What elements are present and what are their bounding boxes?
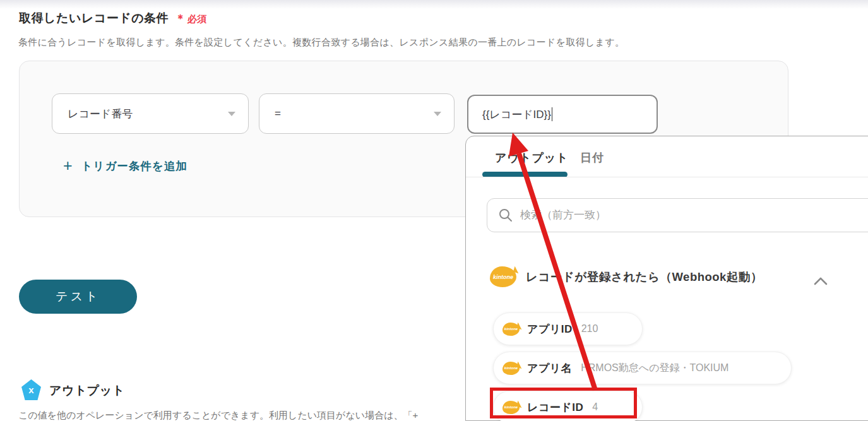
chevron-down-icon [228, 112, 235, 116]
field-select-value: レコード番号 [68, 107, 228, 121]
search-field-wrap [487, 198, 868, 232]
tab-output[interactable]: アウトプット [495, 150, 569, 165]
top-fade-divider [0, 0, 868, 9]
output-item-value: 210 [581, 323, 598, 335]
output-picker-panel: アウトプット 日付 kintone レコードが登録されたら（Webhook起動）… [465, 136, 868, 421]
condition-value-input[interactable]: {{レコードID}} [467, 95, 658, 134]
chevron-up-icon[interactable] [814, 277, 828, 285]
search-icon [498, 208, 513, 223]
section-description: 条件に合うレコードを取得します。条件を設定してください。複数行合致する場合は、レ… [18, 37, 624, 49]
output-item-record-id[interactable]: kintone レコードID 4 [493, 391, 643, 421]
field-select[interactable]: レコード番号 [52, 93, 249, 134]
output-item-label: レコードID [527, 400, 583, 415]
section-heading: 取得したいレコードの条件 ＊ 必須 [19, 10, 207, 27]
output-item-value: 4 [592, 401, 598, 413]
tab-divider [466, 177, 868, 177]
tab-date[interactable]: 日付 [580, 150, 604, 165]
text-cursor [552, 107, 553, 121]
screen: 取得したいレコードの条件 ＊ 必須 条件に合うレコードを取得します。条件を設定し… [0, 0, 868, 421]
trigger-group-title: レコードが登録されたら（Webhook起動） [526, 269, 763, 285]
trigger-group-header[interactable]: kintone レコードが登録されたら（Webhook起動） [490, 266, 763, 287]
kintone-icon: kintone [502, 362, 520, 375]
add-trigger-condition-button[interactable]: + トリガー条件を追加 [63, 158, 187, 174]
output-item-label: アプリID [527, 322, 573, 336]
kintone-icon: kintone [502, 323, 520, 336]
operator-select[interactable]: = [259, 93, 455, 134]
output-section-title: アウトプット [49, 382, 125, 399]
kintone-icon: kintone [490, 266, 516, 287]
required-asterisk-icon: ＊ [175, 11, 186, 26]
section-heading-text: 取得したいレコードの条件 [19, 10, 169, 27]
output-section-icon: x [21, 379, 41, 400]
output-item-app-id[interactable]: kintone アプリID 210 [493, 312, 643, 345]
condition-value-text: {{レコードID}} [482, 107, 551, 122]
search-input[interactable] [487, 198, 868, 232]
output-item-value: HRMOS勤怠への登録・TOKIUM [581, 362, 728, 375]
add-trigger-condition-label: トリガー条件を追加 [81, 158, 187, 174]
chevron-down-icon [434, 112, 441, 116]
required-badge: 必須 [187, 13, 207, 25]
test-button[interactable]: テスト [19, 280, 137, 314]
kintone-icon: kintone [502, 401, 520, 414]
output-item-label: アプリ名 [527, 361, 572, 376]
output-item-app-name[interactable]: kintone アプリ名 HRMOS勤怠への登録・TOKIUM [493, 352, 792, 384]
plus-icon: + [63, 158, 73, 174]
operator-select-value: = [275, 107, 434, 120]
